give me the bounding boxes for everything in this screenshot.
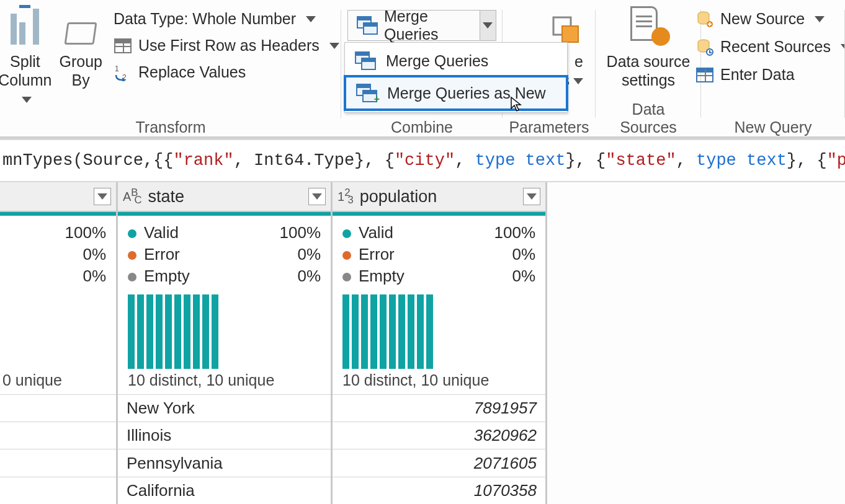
- ribbon-group-datasources: Data source settings Data Sources: [596, 6, 701, 136]
- svg-text:1: 1: [115, 64, 119, 73]
- merge-queries-item-label: Merge Queries: [386, 52, 488, 70]
- recent-sources-icon: [695, 38, 714, 56]
- first-row-headers-label: Use First Row as Headers: [138, 37, 320, 55]
- table-row[interactable]: [0, 449, 116, 476]
- data-source-settings-button[interactable]: Data source settings: [603, 6, 694, 89]
- split-column-label: Split Column: [0, 52, 51, 108]
- new-source-icon: [695, 11, 714, 28]
- first-row-headers-button[interactable]: Use First Row as Headers: [111, 35, 342, 56]
- column-name: state: [148, 187, 185, 206]
- table-row[interactable]: New York: [118, 394, 331, 422]
- column-state: ABC state Valid100% Error0% Empty0% 10 d…: [118, 182, 333, 504]
- replace-values-icon: 1 2: [114, 64, 132, 81]
- distribution-summary: 0 unique: [0, 369, 116, 394]
- column-filter-button[interactable]: [94, 188, 111, 205]
- data-type-label: Data Type: Whole Number: [114, 10, 296, 28]
- table-row[interactable]: Illinois: [118, 422, 331, 449]
- table-row[interactable]: 2071605: [333, 449, 545, 476]
- column-filter-button[interactable]: [308, 188, 326, 205]
- group-by-button[interactable]: Group By: [55, 6, 105, 89]
- ribbon: Split Column Group By Data Type: Whole N…: [0, 0, 845, 139]
- chevron-down-icon: [841, 44, 845, 50]
- distribution-chart: [333, 291, 545, 368]
- merge-queries-splitbutton[interactable]: Merge Queries: [347, 10, 496, 41]
- distribution-chart: [118, 291, 331, 368]
- chevron-down-icon: [312, 193, 322, 200]
- merge-queries-icon: [357, 16, 378, 35]
- chevron-down-icon: [815, 16, 825, 22]
- ribbon-group-transform: Split Column Group By Data Type: Whole N…: [0, 6, 341, 136]
- formula-text: mnTypes(Source,{{"rank", Int64.Type}, {"…: [2, 151, 845, 170]
- svg-rect-4: [562, 26, 578, 42]
- chevron-down-icon: [329, 43, 339, 49]
- parameters-icon: [547, 9, 583, 45]
- table-row[interactable]: [0, 394, 116, 422]
- merge-queries-item[interactable]: Merge Queries: [345, 45, 567, 76]
- formula-bar[interactable]: mnTypes(Source,{{"rank", Int64.Type}, {"…: [0, 139, 845, 182]
- merge-queries-dropdown: Merge Queries + Merge Queries as New: [344, 42, 568, 113]
- group-label-parameters: Parameters: [509, 118, 589, 136]
- column-quality: Valid100% Error0% Empty0%: [118, 216, 331, 291]
- enter-data-icon: [695, 66, 714, 84]
- table-row[interactable]: [0, 477, 116, 504]
- new-source-label: New Source: [720, 10, 805, 28]
- merge-queries-caret[interactable]: [480, 11, 496, 40]
- table-row[interactable]: 3620962: [333, 422, 545, 449]
- merge-queries-icon: [355, 51, 376, 70]
- data-source-settings-icon: [630, 9, 666, 45]
- table-row[interactable]: 1070358: [333, 477, 545, 504]
- group-label-datasources: Data Sources: [602, 100, 695, 136]
- distribution-summary: 10 distinct, 10 unique: [118, 369, 331, 394]
- column-quality: Valid100% Error0% Empty0%: [333, 216, 545, 291]
- replace-values-label: Replace Values: [138, 63, 246, 81]
- replace-values-button[interactable]: 1 2 Replace Values: [111, 62, 342, 82]
- distribution-summary: 10 distinct, 10 unique: [333, 369, 545, 394]
- merge-queries-label: Merge Queries: [384, 7, 471, 43]
- chevron-down-icon: [573, 78, 583, 84]
- column-filter-button[interactable]: [523, 188, 540, 205]
- type-badge-number: 123: [338, 187, 354, 207]
- recent-sources-label: Recent Sources: [720, 38, 831, 56]
- enter-data-label: Enter Data: [720, 66, 795, 84]
- group-label-combine: Combine: [391, 118, 453, 136]
- new-source-button[interactable]: New Source: [693, 9, 845, 29]
- recent-sources-button[interactable]: Recent Sources: [693, 37, 845, 57]
- table-header-icon: [114, 37, 132, 55]
- column-header-partial[interactable]: [0, 182, 116, 212]
- column-header-state[interactable]: ABC state: [118, 182, 331, 212]
- parameters-partial-top: e: [575, 53, 583, 70]
- group-by-label: Group By: [59, 52, 102, 89]
- column-header-population[interactable]: 123 population: [333, 182, 545, 212]
- cursor-icon: [510, 96, 522, 112]
- group-by-icon: [63, 9, 99, 45]
- column-name: population: [360, 187, 437, 206]
- chevron-down-icon: [97, 193, 107, 200]
- data-source-settings-label: Data source settings: [607, 52, 691, 89]
- data-type-button[interactable]: Data Type: Whole Number: [111, 9, 342, 29]
- chevron-down-icon: [306, 16, 316, 22]
- group-label-transform: Transform: [136, 118, 206, 136]
- table-row[interactable]: 7891957: [333, 394, 545, 422]
- chevron-down-icon: [483, 22, 493, 29]
- column-population: 123 population Valid100% Error0% Empty0%…: [333, 182, 547, 504]
- table-row[interactable]: Pennsylvania: [118, 449, 331, 476]
- group-label-newquery: New Query: [734, 118, 811, 136]
- type-badge-text: ABC: [123, 187, 142, 207]
- split-column-button[interactable]: Split Column: [0, 6, 55, 108]
- merge-queries-as-new-item[interactable]: + Merge Queries as New: [344, 75, 568, 111]
- column-quality: Valid100% Error0% Empty0%: [0, 216, 116, 291]
- chevron-down-icon: [527, 193, 537, 200]
- data-preview: Valid100% Error0% Empty0% 0 unique ABC s…: [0, 182, 845, 504]
- table-row[interactable]: California: [118, 477, 331, 504]
- table-row[interactable]: [0, 422, 116, 449]
- column-partial: Valid100% Error0% Empty0% 0 unique: [0, 182, 118, 504]
- ribbon-group-newquery: New Source Recent Sources: [701, 6, 845, 136]
- split-column-icon: [7, 9, 43, 45]
- merge-queries-as-new-icon: +: [356, 84, 377, 102]
- enter-data-button[interactable]: Enter Data: [693, 64, 845, 85]
